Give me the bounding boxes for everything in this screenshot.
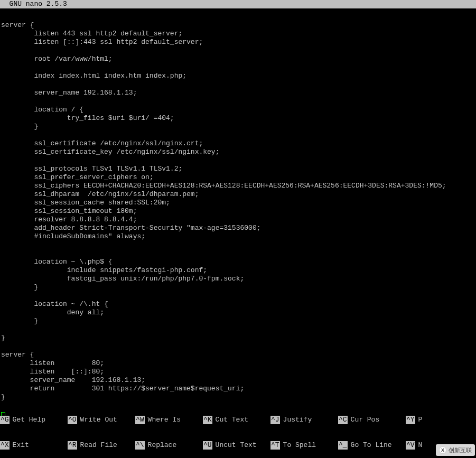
code-line[interactable]: index index.html index.htm index.php; bbox=[1, 72, 476, 80]
shortcut-item: ^RRead File bbox=[68, 441, 135, 450]
code-line[interactable]: } bbox=[1, 334, 476, 342]
code-line[interactable]: ssl_dhparam /etc/nginx/ssl/dhparam.pem; bbox=[1, 190, 476, 199]
code-line[interactable]: ssl_protocols TLSv1 TLSv1.1 TLSv1.2; bbox=[1, 165, 476, 173]
shortcut-label: Cur Pos bbox=[348, 416, 380, 424]
shortcut-item: ^GGet Help bbox=[0, 416, 68, 424]
code-line[interactable] bbox=[1, 131, 476, 139]
code-line[interactable]: ssl_session_cache shared:SSL:20m; bbox=[1, 199, 476, 207]
watermark-icon: X bbox=[439, 446, 446, 454]
shortcut-key: ^Y bbox=[406, 416, 415, 424]
filename: default bbox=[244, 8, 273, 16]
code-line[interactable]: location / { bbox=[1, 106, 476, 114]
code-line[interactable]: } bbox=[1, 123, 476, 131]
shortcut-item: ^\Replace bbox=[135, 441, 203, 450]
code-line[interactable] bbox=[1, 249, 476, 258]
shortcut-key: ^O bbox=[68, 416, 77, 424]
code-line[interactable]: try_files $uri $uri/ =404; bbox=[1, 114, 476, 123]
code-line[interactable]: listen [::]:443 ssl http2 default_server… bbox=[1, 38, 476, 46]
code-line[interactable]: ssl_ciphers EECDH+CHACHA20:EECDH+AES128:… bbox=[1, 182, 476, 190]
code-line[interactable] bbox=[1, 97, 476, 106]
shortcut-item: ^CCur Pos bbox=[338, 416, 406, 424]
shortcut-label: P bbox=[415, 416, 423, 424]
shortcut-label: Exit bbox=[10, 441, 29, 450]
shortcut-label: Read File bbox=[77, 441, 117, 450]
shortcut-item: ^YP bbox=[406, 416, 473, 424]
shortcut-label: To Spell bbox=[280, 441, 316, 450]
shortcut-item: ^WWhere Is bbox=[135, 416, 203, 424]
code-line[interactable] bbox=[1, 292, 476, 300]
shortcut-key: ^W bbox=[135, 416, 145, 424]
code-line[interactable] bbox=[1, 325, 476, 334]
shortcut-label: Cut Text bbox=[212, 416, 248, 424]
title-bar: GNU nano 2.5.3 File: default bbox=[0, 0, 476, 8]
watermark-text: 创新互联 bbox=[449, 446, 472, 454]
shortcut-key: ^T bbox=[270, 441, 280, 450]
code-line[interactable] bbox=[1, 63, 476, 72]
watermark: X 创新互联 bbox=[436, 444, 475, 456]
code-line[interactable]: fastcgi_pass unix:/run/php/php7.0-fpm.so… bbox=[1, 275, 476, 283]
shortcut-label: Go To Line bbox=[348, 441, 392, 450]
shortcut-row-2: ^XExit^RRead File^\Replace^UUncut Text^T… bbox=[0, 441, 476, 450]
shortcut-key: ^C bbox=[338, 416, 348, 424]
code-line[interactable]: server { bbox=[1, 351, 476, 359]
code-line[interactable]: listen 80; bbox=[1, 359, 476, 368]
code-line[interactable]: listen 443 ssl http2 default_server; bbox=[1, 30, 476, 38]
file-indicator: File: default bbox=[0, 0, 476, 25]
shortcut-key: ^V bbox=[406, 441, 415, 450]
shortcut-row-1: ^GGet Help^OWrite Out^WWhere Is^KCut Tex… bbox=[0, 416, 476, 424]
code-line[interactable]: ssl_prefer_server_ciphers on; bbox=[1, 173, 476, 182]
shortcut-key: ^G bbox=[0, 416, 10, 424]
code-line[interactable]: ssl_certificate_key /etc/nginx/ssl/nginx… bbox=[1, 148, 476, 156]
code-line[interactable]: server_name 192.168.1.13; bbox=[1, 376, 476, 385]
code-line[interactable] bbox=[1, 156, 476, 165]
shortcut-key: ^U bbox=[203, 441, 212, 450]
shortcut-key: ^X bbox=[0, 441, 10, 450]
editor-content[interactable]: server { listen 443 ssl http2 default_se… bbox=[0, 8, 476, 410]
shortcut-key: ^_ bbox=[338, 441, 348, 450]
code-line[interactable]: server_name 192.168.1.13; bbox=[1, 89, 476, 97]
shortcut-label: Where Is bbox=[145, 416, 181, 424]
code-line[interactable]: } bbox=[1, 317, 476, 325]
code-line[interactable]: ssl_certificate /etc/nginx/ssl/nginx.crt… bbox=[1, 139, 476, 148]
shortcut-item: ^OWrite Out bbox=[68, 416, 135, 424]
shortcut-item: ^TTo Spell bbox=[270, 441, 338, 450]
shortcut-bar: ^GGet Help^OWrite Out^WWhere Is^KCut Tex… bbox=[0, 399, 476, 458]
shortcut-item: ^JJustify bbox=[270, 416, 338, 424]
code-line[interactable]: location ~ \.php$ { bbox=[1, 258, 476, 266]
code-line[interactable] bbox=[1, 241, 476, 249]
shortcut-item: ^UUncut Text bbox=[203, 441, 270, 450]
code-line[interactable]: #includeSubDomains" always; bbox=[1, 232, 476, 241]
shortcut-label: Justify bbox=[280, 416, 312, 424]
code-line[interactable]: include snippets/fastcgi-php.conf; bbox=[1, 266, 476, 275]
shortcut-item: ^KCut Text bbox=[203, 416, 270, 424]
code-line[interactable]: location ~ /\.ht { bbox=[1, 300, 476, 309]
shortcut-key: ^J bbox=[270, 416, 280, 424]
code-line[interactable]: deny all; bbox=[1, 309, 476, 317]
code-line[interactable]: } bbox=[1, 283, 476, 292]
code-line[interactable]: listen [::]:80; bbox=[1, 368, 476, 376]
shortcut-key: ^\ bbox=[135, 441, 145, 450]
shortcut-label: Uncut Text bbox=[212, 441, 257, 450]
code-line[interactable]: resolver 8.8.8.8 8.8.4.4; bbox=[1, 216, 476, 224]
code-line[interactable]: ssl_session_timeout 180m; bbox=[1, 207, 476, 216]
shortcut-key: ^K bbox=[203, 416, 212, 424]
shortcut-key: ^R bbox=[68, 441, 77, 450]
shortcut-label: N bbox=[415, 441, 423, 450]
shortcut-label: Get Help bbox=[10, 416, 45, 424]
code-line[interactable]: root /var/www/html; bbox=[1, 55, 476, 63]
code-line[interactable] bbox=[1, 46, 476, 55]
code-line[interactable]: add_header Strict-Transport-Security "ma… bbox=[1, 224, 476, 232]
code-line[interactable]: return 301 https://$server_name$request_… bbox=[1, 385, 476, 393]
shortcut-label: Write Out bbox=[77, 416, 117, 424]
code-line[interactable] bbox=[1, 80, 476, 89]
shortcut-item: ^XExit bbox=[0, 441, 68, 450]
shortcut-label: Replace bbox=[145, 441, 177, 450]
code-line[interactable] bbox=[1, 342, 476, 351]
shortcut-item: ^_Go To Line bbox=[338, 441, 406, 450]
